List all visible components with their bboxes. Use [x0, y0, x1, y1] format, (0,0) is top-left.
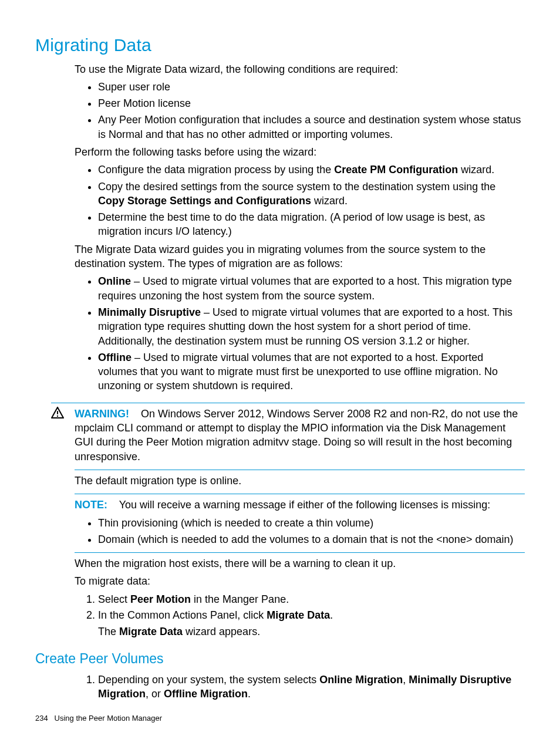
warning-callout: WARNING! On Windows Server 2012, Windows…: [51, 407, 525, 464]
divider: [75, 552, 525, 553]
divider: [75, 470, 525, 470]
list-item: Peer Motion license: [98, 96, 525, 110]
footer-title: Using the Peer Motion Manager: [55, 714, 163, 723]
list-item: Minimally Disruptive – Used to migrate v…: [98, 305, 525, 348]
divider: [51, 403, 525, 403]
to-migrate-paragraph: To migrate data:: [75, 574, 525, 588]
list-item: Thin provisioning (which is needed to cr…: [98, 516, 525, 530]
cleanup-paragraph: When the migration host exists, there wi…: [75, 556, 525, 571]
list-item: Depending on your system, the system sel…: [98, 673, 525, 701]
guide-paragraph: The Migrate Data wizard guides you in mi…: [75, 242, 525, 271]
create-peer-volumes-list: Depending on your system, the system sel…: [75, 673, 525, 701]
list-item: Select Peer Motion in the Manger Pane.: [98, 592, 525, 606]
note-label: NOTE:: [75, 499, 107, 511]
list-item: Online – Used to migrate virtual volumes…: [98, 274, 525, 303]
note-callout: NOTE: You will receive a warning message…: [75, 498, 525, 512]
requirements-list: Super user role Peer Motion license Any …: [75, 80, 525, 141]
list-item: Copy the desired settings from the sourc…: [98, 180, 525, 208]
divider: [75, 494, 525, 494]
list-item: Super user role: [98, 80, 525, 94]
warning-label: WARNING!: [75, 408, 129, 420]
heading-create-peer-volumes: Create Peer Volumes: [35, 650, 525, 668]
migrate-steps-list: Select Peer Motion in the Manger Pane. I…: [75, 592, 525, 639]
svg-point-1: [57, 415, 58, 416]
list-item: Any Peer Motion configuration that inclu…: [98, 113, 525, 141]
list-item: In the Common Actions Panel, click Migra…: [98, 608, 525, 639]
list-item: Offline – Used to migrate virtual volume…: [98, 350, 525, 393]
list-item: Domain (which is needed to add the volum…: [98, 532, 525, 546]
default-paragraph: The default migration type is online.: [75, 474, 525, 488]
tasks-list: Configure the data migration process by …: [75, 163, 525, 238]
note-text: You will receive a warning message if ei…: [119, 499, 491, 511]
page-footer: 234 Using the Peer Motion Manager: [35, 713, 162, 724]
list-item: Configure the data migration process by …: [98, 163, 525, 177]
warning-icon: [51, 407, 75, 421]
licenses-list: Thin provisioning (which is needed to cr…: [75, 516, 525, 547]
perform-paragraph: Perform the following tasks before using…: [75, 145, 525, 159]
page-number: 234: [35, 714, 48, 723]
migration-types-list: Online – Used to migrate virtual volumes…: [75, 274, 525, 393]
list-item: Determine the best time to do the data m…: [98, 210, 525, 239]
intro-paragraph: To use the Migrate Data wizard, the foll…: [75, 62, 525, 76]
warning-text: On Windows Server 2012, Windows Server 2…: [75, 408, 518, 463]
heading-migrating-data: Migrating Data: [35, 33, 525, 58]
